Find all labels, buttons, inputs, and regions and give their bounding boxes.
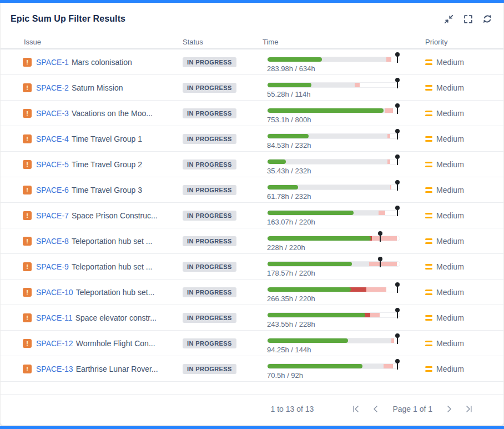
- estimate-pin-marker: [397, 155, 398, 165]
- status-badge: IN PROGRESS: [183, 159, 236, 169]
- issue-key-link[interactable]: SPACE-2: [36, 83, 69, 92]
- estimate-pin-marker: [397, 283, 398, 293]
- time-bar-track: [267, 338, 400, 343]
- issue-type-icon: !: [23, 160, 32, 169]
- table-row: ! SPACE-6 Time Travel Group 3 IN PROGRES…: [1, 177, 503, 203]
- issue-summary: Time Travel Group 3: [72, 186, 142, 194]
- issue-type-icon: !: [23, 365, 32, 373]
- priority-medium-icon: [425, 290, 432, 295]
- issue-key-link[interactable]: SPACE-5: [36, 160, 69, 169]
- issue-type-icon: !: [23, 83, 32, 92]
- priority-label: Medium: [436, 109, 464, 118]
- status-badge: IN PROGRESS: [183, 313, 236, 323]
- issue-summary: Space elevator constr...: [75, 313, 157, 322]
- issue-key-link[interactable]: SPACE-13: [36, 365, 73, 373]
- issue-type-icon: !: [23, 109, 32, 118]
- issue-key-link[interactable]: SPACE-3: [36, 109, 69, 118]
- time-spent-label: 84.53h / 232h: [267, 141, 311, 149]
- time-progress-bar: [267, 261, 400, 267]
- estimate-pin-marker: [397, 104, 398, 114]
- time-progress-bar: [267, 108, 400, 113]
- issue-summary: Vacations on the Moo...: [72, 109, 153, 118]
- priority-medium-icon: [425, 315, 432, 321]
- issue-key-link[interactable]: SPACE-4: [36, 134, 69, 143]
- issue-key-link[interactable]: SPACE-11: [36, 313, 73, 322]
- next-page-button[interactable]: [443, 403, 455, 415]
- prev-page-button[interactable]: [370, 403, 382, 415]
- estimate-pin-marker: [397, 181, 398, 191]
- estimate-pin-marker: [380, 257, 381, 267]
- issue-summary: Time Travel Group 2: [72, 160, 142, 169]
- issue-key-link[interactable]: SPACE-7: [36, 211, 69, 220]
- time-bar-track: [267, 287, 400, 292]
- page-title: Epic Sum Up Filter Results: [11, 14, 125, 24]
- row-range-label: 1 to 13 of 13: [271, 405, 314, 413]
- table-row: ! SPACE-2 Saturn Mission IN PROGRESS 55.…: [1, 75, 503, 101]
- time-spent-label: 243.55h / 228h: [267, 320, 315, 328]
- bottom-accent-bar: [0, 426, 504, 429]
- estimate-pin-marker: [397, 129, 398, 139]
- issue-type-icon: !: [23, 211, 32, 220]
- issue-type-icon: !: [23, 262, 32, 271]
- time-progress-bar: [267, 363, 400, 369]
- refresh-icon[interactable]: [482, 14, 492, 24]
- issue-type-icon: !: [23, 237, 32, 246]
- time-spent-label: 94.25h / 144h: [267, 346, 311, 354]
- gadget-header: Epic Sum Up Filter Results: [1, 3, 503, 35]
- estimate-pin-marker: [397, 206, 398, 216]
- status-badge: IN PROGRESS: [183, 57, 236, 67]
- page-indicator: Page 1 of 1: [392, 405, 432, 413]
- table-row: ! SPACE-10 Teleportation hub set... IN P…: [1, 280, 503, 305]
- time-bar-track: [267, 133, 400, 139]
- priority-medium-icon: [425, 162, 432, 167]
- priority-medium-icon: [425, 85, 432, 91]
- estimate-pin-marker: [397, 360, 398, 370]
- time-progress-bar: [267, 287, 400, 292]
- priority-label: Medium: [436, 237, 464, 246]
- fullscreen-icon[interactable]: [463, 14, 473, 24]
- issue-summary: Earthrise Lunar Rover...: [76, 365, 158, 373]
- collapse-icon[interactable]: [443, 14, 453, 24]
- estimate-pin-marker: [397, 308, 398, 318]
- status-badge: IN PROGRESS: [183, 211, 236, 221]
- column-header-priority[interactable]: Priority: [425, 38, 492, 46]
- priority-label: Medium: [436, 211, 464, 220]
- priority-label: Medium: [436, 365, 464, 373]
- time-progress-bar: [267, 159, 400, 164]
- pagination-footer: 1 to 13 of 13 Page 1 of 1: [1, 395, 503, 422]
- issue-key-link[interactable]: SPACE-12: [36, 339, 73, 348]
- issue-key-link[interactable]: SPACE-1: [36, 58, 69, 67]
- time-bar-track: [267, 159, 400, 164]
- status-badge: IN PROGRESS: [183, 236, 236, 246]
- column-header-time[interactable]: Time: [263, 38, 425, 46]
- first-page-button[interactable]: [350, 403, 362, 415]
- column-header-status[interactable]: Status: [183, 38, 263, 46]
- priority-medium-icon: [425, 366, 432, 372]
- priority-medium-icon: [425, 136, 432, 142]
- issue-summary: Saturn Mission: [72, 83, 123, 92]
- time-progress-bar: [267, 338, 400, 343]
- priority-medium-icon: [425, 187, 432, 193]
- estimate-pin-marker: [397, 78, 398, 88]
- priority-label: Medium: [436, 58, 464, 67]
- priority-label: Medium: [436, 313, 464, 322]
- issue-key-link[interactable]: SPACE-9: [36, 262, 69, 271]
- status-badge: IN PROGRESS: [183, 134, 236, 144]
- priority-label: Medium: [436, 262, 464, 271]
- issue-summary: Teleportation hub set ...: [72, 262, 153, 271]
- status-badge: IN PROGRESS: [183, 108, 236, 118]
- priority-label: Medium: [436, 186, 464, 194]
- time-progress-bar: [267, 133, 400, 139]
- issue-key-link[interactable]: SPACE-6: [36, 186, 69, 194]
- time-bar-track: [267, 57, 400, 62]
- time-spent-label: 35.43h / 232h: [267, 167, 311, 175]
- last-page-button[interactable]: [463, 403, 475, 415]
- estimate-pin-marker: [397, 334, 398, 344]
- status-badge: IN PROGRESS: [183, 287, 236, 297]
- time-progress-bar: [267, 57, 400, 62]
- time-spent-label: 266.35h / 220h: [267, 295, 315, 303]
- issue-type-icon: !: [23, 288, 32, 297]
- issue-key-link[interactable]: SPACE-8: [36, 237, 69, 246]
- column-header-issue[interactable]: Issue: [12, 38, 183, 46]
- issue-key-link[interactable]: SPACE-10: [36, 288, 73, 297]
